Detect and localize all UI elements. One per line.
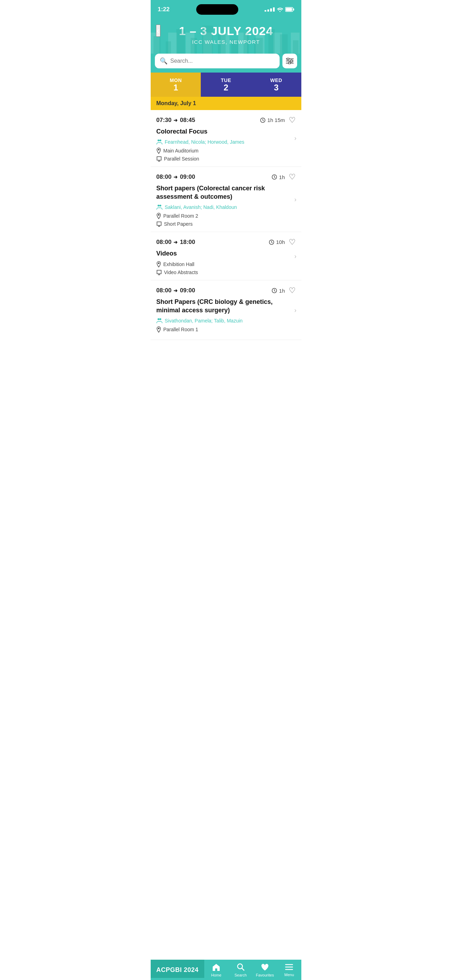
session-type-icon bbox=[156, 156, 162, 162]
chairs-text: Saklani, Avanish; Nadi, Khaldoun bbox=[165, 204, 237, 210]
tab-wednesday-name: WED bbox=[254, 78, 299, 83]
session-chairs: Sivathondan, Pamela; Talib, Mazuin bbox=[156, 318, 296, 323]
search-icon: 🔍 bbox=[160, 57, 167, 65]
session-end: 09:00 bbox=[180, 173, 195, 180]
session-start: 08:00 bbox=[156, 239, 171, 246]
clock-icon bbox=[260, 118, 266, 123]
tab-tuesday[interactable]: TUE 2 bbox=[201, 73, 251, 96]
chairs-text: Fearnhead, Nicola; Horwood, James bbox=[165, 139, 244, 145]
day-tabs: MON 1 TUE 2 WED 3 bbox=[151, 73, 301, 96]
session-type-text: Short Papers bbox=[164, 221, 193, 227]
search-bar-wrap: 🔍 bbox=[151, 54, 301, 73]
svg-point-14 bbox=[158, 205, 159, 207]
clock-icon bbox=[272, 288, 277, 293]
session-duration: 1h ♡ bbox=[272, 172, 296, 181]
chairs-icon bbox=[156, 204, 162, 210]
location-text: Parallel Room 2 bbox=[163, 213, 198, 219]
sessions-list: 07:30 ➜ 08:45 1h 15m ♡ Colorectal Focus … bbox=[151, 110, 301, 375]
dynamic-island bbox=[196, 4, 238, 15]
session-type-text: Video Abstracts bbox=[164, 269, 198, 275]
session-chairs: Saklani, Avanish; Nadi, Khaldoun bbox=[156, 204, 296, 210]
svg-point-8 bbox=[288, 62, 290, 64]
session-type-icon bbox=[156, 221, 162, 227]
svg-point-20 bbox=[158, 318, 159, 320]
battery-icon bbox=[285, 7, 294, 12]
svg-point-15 bbox=[159, 205, 161, 207]
session-time-row: 08:00 ➜ 09:00 1h ♡ bbox=[156, 172, 296, 181]
location-icon bbox=[156, 213, 161, 219]
clock-icon bbox=[269, 239, 274, 245]
chevron-right-icon: › bbox=[294, 135, 296, 142]
status-time: 1:22 bbox=[158, 6, 170, 13]
svg-rect-1 bbox=[286, 8, 292, 11]
duration-text: 1h bbox=[279, 288, 285, 294]
session-time: 07:30 ➜ 08:45 bbox=[156, 117, 195, 124]
chevron-right-icon: › bbox=[294, 252, 296, 260]
svg-point-7 bbox=[290, 60, 293, 62]
session-duration: 1h ♡ bbox=[272, 286, 296, 295]
svg-point-22 bbox=[158, 328, 159, 329]
status-icons bbox=[264, 7, 294, 12]
header-venue: ICC WALES, NEWPORT bbox=[161, 39, 291, 45]
date-header-text: Monday, July 1 bbox=[156, 100, 196, 106]
location-text: Exhibition Hall bbox=[163, 261, 194, 267]
tab-monday-num: 1 bbox=[153, 83, 198, 92]
duration-text: 10h bbox=[276, 239, 285, 245]
session-chairs: Fearnhead, Nicola; Horwood, James bbox=[156, 139, 296, 145]
clock-icon bbox=[272, 174, 277, 180]
favourite-heart[interactable]: ♡ bbox=[289, 172, 296, 181]
tab-tuesday-num: 2 bbox=[204, 83, 248, 92]
duration-text: 1h bbox=[279, 174, 285, 180]
time-arrow: ➜ bbox=[173, 239, 178, 245]
svg-point-16 bbox=[158, 214, 159, 215]
session-location: Parallel Room 1 bbox=[156, 326, 296, 332]
session-end: 08:45 bbox=[180, 117, 195, 124]
svg-point-18 bbox=[158, 263, 159, 264]
session-time-row: 07:30 ➜ 08:45 1h 15m ♡ bbox=[156, 116, 296, 125]
time-arrow: ➜ bbox=[173, 174, 178, 180]
session-card[interactable]: 08:00 ➜ 09:00 1h ♡ Short papers (Colorec… bbox=[151, 167, 301, 232]
svg-point-21 bbox=[159, 318, 161, 320]
location-text: Main Auditorium bbox=[163, 148, 198, 154]
session-title: Short Papers (CRC biology & genetics, mi… bbox=[156, 298, 296, 314]
svg-point-11 bbox=[159, 140, 161, 141]
search-input[interactable] bbox=[170, 58, 275, 64]
session-duration: 10h ♡ bbox=[269, 238, 296, 247]
session-type-icon bbox=[156, 269, 162, 275]
session-card[interactable]: 08:00 ➜ 18:00 10h ♡ Videos Exhibition Ha… bbox=[151, 232, 301, 280]
duration-text: 1h 15m bbox=[267, 117, 285, 123]
session-time-row: 08:00 ➜ 09:00 1h ♡ bbox=[156, 286, 296, 295]
time-arrow: ➜ bbox=[173, 118, 178, 123]
session-start: 08:00 bbox=[156, 287, 171, 294]
sliders-icon bbox=[286, 58, 294, 64]
filter-button[interactable] bbox=[282, 54, 297, 68]
back-button[interactable]: ‹ bbox=[156, 24, 161, 37]
svg-point-10 bbox=[158, 140, 159, 141]
svg-rect-2 bbox=[293, 8, 294, 11]
favourite-heart[interactable]: ♡ bbox=[289, 238, 296, 247]
tab-monday-name: MON bbox=[153, 78, 198, 83]
time-arrow: ➜ bbox=[173, 288, 178, 293]
favourite-heart[interactable]: ♡ bbox=[289, 116, 296, 125]
session-time: 08:00 ➜ 09:00 bbox=[156, 287, 195, 294]
tab-wednesday[interactable]: WED 3 bbox=[251, 73, 301, 96]
session-location: Exhibition Hall bbox=[156, 261, 296, 267]
tab-monday[interactable]: MON 1 bbox=[151, 73, 201, 96]
session-type: Video Abstracts bbox=[156, 269, 296, 275]
favourite-heart[interactable]: ♡ bbox=[289, 286, 296, 295]
wifi-icon bbox=[277, 7, 283, 12]
session-location: Main Auditorium bbox=[156, 148, 296, 154]
status-bar: 1:22 bbox=[151, 0, 301, 18]
tab-tuesday-name: TUE bbox=[204, 78, 248, 83]
signal-icon bbox=[264, 7, 275, 11]
session-time: 08:00 ➜ 18:00 bbox=[156, 239, 195, 246]
session-card[interactable]: 08:00 ➜ 09:00 1h ♡ Short Papers (CRC bio… bbox=[151, 280, 301, 340]
session-card[interactable]: 07:30 ➜ 08:45 1h 15m ♡ Colorectal Focus … bbox=[151, 110, 301, 167]
date-header: Monday, July 1 bbox=[151, 97, 301, 110]
session-time: 08:00 ➜ 09:00 bbox=[156, 173, 195, 180]
header-banner: ‹ 1 – 3 JULY 2024 ICC WALES, NEWPORT bbox=[151, 18, 301, 54]
svg-point-6 bbox=[287, 58, 289, 60]
content-padding bbox=[151, 340, 301, 375]
session-location: Parallel Room 2 bbox=[156, 213, 296, 219]
tab-wednesday-num: 3 bbox=[254, 83, 299, 92]
